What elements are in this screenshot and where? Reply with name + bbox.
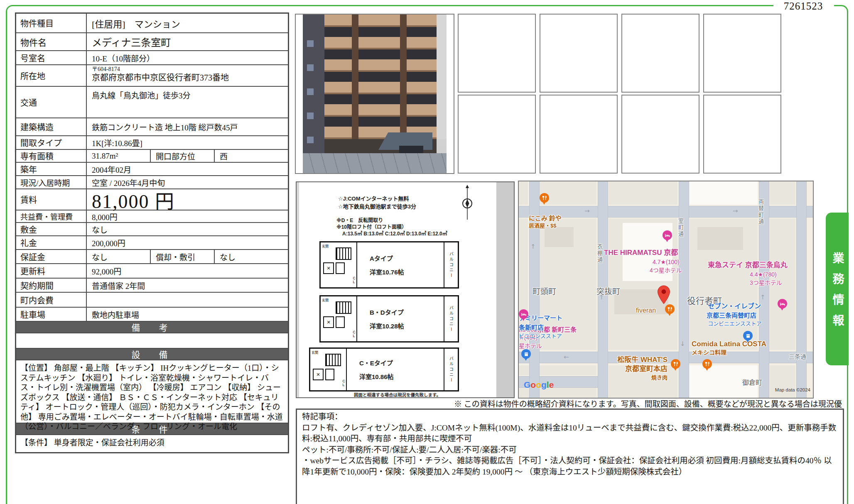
google-logo-letter: e: [549, 380, 554, 390]
unit-entry-area: 玄関 ✕ C L: [310, 349, 347, 390]
row-value-2: なし: [215, 250, 288, 263]
photo-slot: [458, 95, 536, 174]
document-number: 7261523: [776, 0, 831, 12]
street-label: 三条通: [789, 353, 806, 360]
genkan-label: 玄関: [312, 350, 318, 355]
facade-column: [352, 15, 358, 152]
row-label: 間取タイプ: [16, 136, 87, 149]
unit-room: B・Dタイプ 洋室10.28帖: [357, 296, 444, 341]
floorplan-unit-bd: 玄関 ✕ C L B・Dタイプ 洋室10.28帖 バルコニー: [319, 295, 459, 343]
street-address: 京都府京都市中京区役行者町373番地: [92, 73, 288, 83]
remarks-empty: [16, 333, 288, 348]
row-value: 鉄筋コンクリート造 地上10階 総戸数45戸: [87, 118, 288, 135]
plan-disclaimer: 図面と相違する場合は現況を優先致します。: [354, 391, 441, 398]
table-row: 保証金 なし 償却・敷引 なし: [16, 249, 288, 263]
property-table: 物件種目 [住居用] マンション 物件名 メディナ三条室町 号室名 10-E（1…: [15, 12, 289, 453]
photo-slot: [458, 14, 536, 93]
town-label: 御倉町: [742, 379, 762, 387]
store-pin-icon[interactable]: [743, 331, 753, 340]
poi-stars: 3つ星ホテル: [750, 279, 782, 286]
plan-notes: ※D・E 反転間取り ※10階ロフト付（ロフト面積） A:13.5㎡ B:13.…: [336, 217, 447, 237]
map-attribution: Map data ©2024: [775, 387, 810, 392]
balcony-label: バルコニー: [448, 306, 454, 333]
map-block: [540, 181, 596, 205]
restaurant-pin-icon[interactable]: [665, 304, 675, 314]
restaurant-pin-icon[interactable]: [702, 359, 712, 369]
row-value: 1K[洋:10.86畳]: [87, 136, 288, 149]
balcony: バルコニー: [444, 242, 458, 287]
rent-value: 81,000 円: [87, 189, 288, 210]
table-row: 号室名 10-E（10階部分）: [16, 50, 288, 64]
floorplan-box: ☆J:COMインターネット無料 ☆地下鉄烏丸御池駅まで徒歩3分 ※D・E 反転間…: [296, 181, 515, 398]
hotel-pin-icon[interactable]: [663, 230, 672, 240]
photo-slot: [621, 14, 699, 93]
map-block: [690, 181, 758, 205]
row-value: [住居用] マンション: [87, 14, 288, 32]
gyomu-joho-tab[interactable]: 業務情報: [826, 213, 849, 365]
table-row: 町内会費: [16, 292, 288, 307]
hotel-pin-icon[interactable]: [519, 309, 528, 319]
photo-slot: [703, 14, 781, 93]
unit-entry-area: 玄関 ✕ C L: [321, 296, 357, 341]
unit-entry-area: 玄関 ✕ C L: [321, 242, 357, 287]
row-value: 〒604-8174 京都府京都市中京区役行者町373番地: [87, 65, 288, 86]
row-value: 烏丸線「烏丸御池」徒歩3分: [87, 87, 288, 117]
row-label: 賃料: [16, 189, 87, 210]
special-notes-box: 特記事項： ロフト有、クレディセゾン加入要、J:COMネット無料(100M)、水…: [296, 409, 844, 504]
row-label-2: 償却・敷引: [150, 250, 215, 263]
row-label: 所在地: [16, 65, 87, 86]
special-notes-line: ロフト有、クレディセゾン加入要、J:COMネット無料(100M)、水道料金は10…: [302, 423, 838, 445]
property-sheet: 7261523 業務情報 物件種目 [住居用] マンション 物件名 メディナ三条…: [0, 0, 854, 504]
balcony-label: バルコニー: [448, 356, 454, 383]
hotel-pin-icon[interactable]: [778, 299, 787, 308]
genkan-label: 玄関: [322, 298, 329, 302]
one-way-arrow: →: [584, 207, 590, 215]
balcony: バルコニー: [444, 296, 458, 341]
table-row: 物件名 メディナ三条室町: [16, 32, 288, 50]
table-row: 駐車場 敷地内駐車場: [16, 307, 288, 321]
gyomu-joho-tab-label: 業務情報: [829, 243, 846, 335]
row-label: 現況/入居時期: [16, 176, 87, 188]
row-label: 築年: [16, 163, 87, 175]
map-block: [697, 227, 743, 250]
one-way-arrow: ←: [564, 353, 569, 361]
table-row: 建築構造 鉄筋コンクリート造 地上10階 総戸数45戸: [16, 117, 288, 135]
one-way-arrow: ↑: [760, 294, 766, 301]
unit-type: C・Eタイプ: [359, 358, 444, 367]
row-value: 2004年02月: [87, 163, 288, 175]
google-logo-letter: G: [524, 380, 530, 390]
table-row: 更新料 92,000円: [16, 263, 288, 278]
table-row: 共益費・管理費 8,000円: [16, 210, 288, 222]
equipment-row: 【位置】 角部屋・最上階 【キッチン】 IHクッキングヒーター（1口）・システム…: [16, 360, 288, 423]
kitchen-box: [325, 354, 341, 366]
balcony-label: バルコニー: [448, 252, 454, 279]
row-label: 号室名: [16, 51, 87, 64]
row-label: 礼金: [16, 236, 87, 249]
plan-notes: ☆J:COMインターネット無料 ☆地下鉄烏丸御池駅まで徒歩3分: [338, 195, 416, 210]
store-pin-icon[interactable]: [521, 349, 531, 359]
restaurant-pin-icon[interactable]: [540, 193, 549, 203]
row-label: 交通: [16, 87, 87, 117]
row-label-2: 開口部方位: [150, 150, 215, 162]
google-logo-letter: o: [530, 380, 536, 390]
row-value: なし: [87, 250, 150, 263]
poi-sublabel: メキシコ料理: [692, 349, 726, 356]
one-way-arrow: ↓: [680, 340, 685, 347]
street-label: 衣棚通: [596, 244, 602, 264]
compass-icon: [462, 185, 473, 220]
row-label: 保証金: [16, 250, 87, 263]
table-row: 物件種目 [住居用] マンション: [16, 14, 288, 32]
restaurant-pin-icon[interactable]: [671, 359, 680, 369]
google-logo-letter: g: [541, 380, 547, 390]
row-label: 契約期間: [16, 279, 87, 292]
paved-ground: [303, 153, 447, 173]
background-building: [437, 15, 447, 139]
scan-margin: [496, 182, 514, 397]
equipment-header: 設 備: [16, 348, 288, 360]
location-map[interactable]: → → ↑ ↑ ↑ ↓ ← 衣棚通 室町通 両替町通 三条通 町頭町 突抜町 役…: [518, 181, 814, 399]
closet-label: C L: [353, 330, 356, 338]
genkan-label: 玄関: [322, 244, 329, 248]
property-location-marker[interactable]: [657, 285, 670, 304]
town-label: 町頭町: [533, 287, 556, 296]
photo-slot: [540, 14, 618, 93]
